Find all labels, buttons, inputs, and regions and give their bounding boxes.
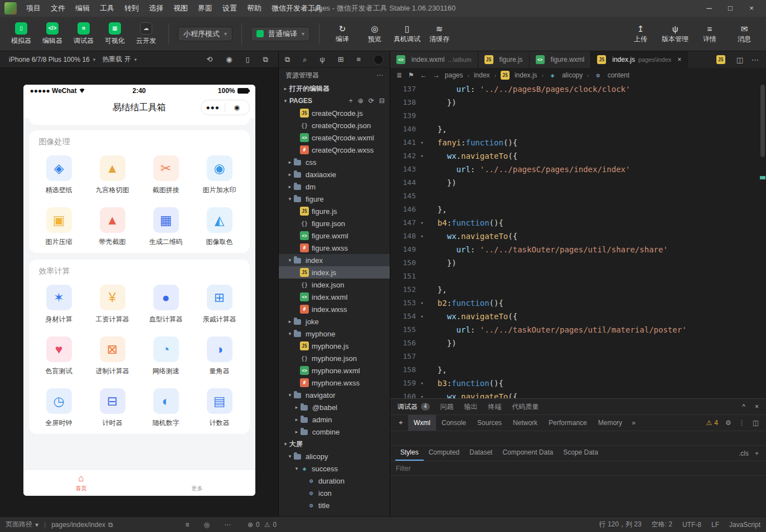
toolbar-action-button[interactable]: ◎预览	[361, 24, 389, 44]
inspector-tab-component-data[interactable]: Component Data	[497, 446, 558, 461]
avatar[interactable]	[374, 55, 384, 65]
tool-item[interactable]: ¥工资计算器	[86, 277, 139, 329]
tree-item-createQrcode.wxss[interactable]: #createQrcode.wxss	[279, 144, 390, 156]
debugger-tab-问题[interactable]: 问题	[440, 402, 454, 412]
tree-item-index.json[interactable]: {}index.json	[279, 279, 390, 291]
maximize-icon[interactable]: □	[720, 0, 740, 17]
tree-item-myphone.js[interactable]: JSmyphone.js	[279, 340, 390, 352]
tree-item-myphone.wxml[interactable]: <>myphone.wxml	[279, 364, 390, 377]
tool-item[interactable]: ◷全屏时钟	[32, 381, 86, 433]
menu-item[interactable]: 转到	[119, 0, 144, 17]
breadcrumb-item[interactable]: index	[474, 71, 490, 79]
debugger-tab-调试器[interactable]: 调试器4	[397, 402, 430, 412]
refresh-icon[interactable]: ⟳	[369, 97, 374, 105]
copy-icon[interactable]: ⧉	[108, 521, 113, 529]
breadcrumb-item[interactable]: pages	[445, 71, 463, 79]
tool-item[interactable]: ◑量角器	[193, 329, 246, 381]
settings-sliders-icon[interactable]: ≡	[185, 521, 189, 529]
debugger-tab-终端[interactable]: 终端	[488, 402, 502, 412]
outline-icon[interactable]: ≡	[356, 55, 361, 64]
devtools-tab-network[interactable]: Network	[507, 415, 543, 431]
source-control-icon[interactable]: ψ	[319, 55, 324, 64]
tool-item[interactable]: ✂截图拼接	[139, 148, 193, 200]
panel-toggle-button[interactable]: ▯模拟器	[8, 22, 35, 46]
devtools-tab-performance[interactable]: Performance	[543, 415, 593, 431]
rotate-icon[interactable]: ⟲	[206, 55, 212, 64]
search-icon[interactable]: ⌕	[303, 55, 307, 64]
status-item[interactable]: LF	[711, 520, 719, 529]
device-select[interactable]: iPhone 6/7/8 Plus 100% 16 ▾	[6, 56, 99, 64]
mode-select[interactable]: 小程序模式 ▾	[178, 27, 232, 41]
tree-folder-navigator[interactable]: ▾navigator	[279, 389, 390, 401]
tool-item[interactable]: ◉图片加水印	[193, 148, 246, 200]
tool-item[interactable]: ▦生成二维码	[139, 200, 193, 252]
menu-item[interactable]: 文件	[46, 0, 70, 17]
tool-item[interactable]: ◐随机数字	[139, 381, 193, 433]
collapse-all-icon[interactable]: ⊟	[379, 97, 385, 105]
capsule-more-icon[interactable]: ●●●	[201, 104, 225, 111]
menu-item[interactable]: 工具	[95, 0, 119, 17]
tool-item[interactable]: ✶身材计算	[32, 277, 86, 329]
editor-tab-index.js[interactable]: JSindex.jspages\index×	[591, 51, 688, 68]
menu-item[interactable]: 选择	[144, 0, 168, 17]
fold-chevron-icon[interactable]: ▾	[416, 149, 428, 163]
tool-item[interactable]: ◭图像取色	[193, 200, 246, 252]
tool-item[interactable]: ♥色盲测试	[32, 329, 86, 381]
inspector-tab-dataset[interactable]: Dataset	[464, 446, 497, 461]
tree-item-createQrcode.wxml[interactable]: <>createQrcode.wxml	[279, 131, 390, 144]
forward-icon[interactable]: →	[433, 71, 440, 79]
toolbar-action-button[interactable]: ψ版本管理	[661, 24, 689, 44]
breadcrumb-item[interactable]: ⚙content	[594, 71, 629, 80]
devtools-more-icon[interactable]: ⋮	[739, 419, 745, 427]
compile-mode-select[interactable]: 普通编译 ▾	[251, 27, 310, 41]
fold-chevron-icon[interactable]: ▾	[416, 136, 428, 149]
tree-item-index.js[interactable]: JSindex.js	[279, 266, 390, 279]
tool-item[interactable]: ▲九宫格切图	[86, 148, 139, 200]
status-item[interactable]: 空格: 2	[652, 520, 672, 529]
new-style-rule-label[interactable]: .cls	[739, 450, 749, 457]
toolbar-action-button[interactable]: ≡详情	[696, 24, 724, 44]
tree-folder-@babel[interactable]: ▸@babel	[279, 401, 390, 413]
record-icon[interactable]: ◉	[226, 55, 232, 64]
editor-tab-figure.wxml[interactable]: <>figure.wxml	[530, 51, 592, 68]
close-icon[interactable]: ×	[741, 0, 762, 17]
tree-item-createQrcode.json[interactable]: {}createQrcode.json	[279, 119, 390, 131]
menu-item[interactable]: 项目	[21, 0, 46, 17]
tree-item-success[interactable]: ▾◈success	[279, 462, 390, 475]
tree-item-figure.json[interactable]: {}figure.json	[279, 217, 390, 230]
tool-item[interactable]: ▣图片压缩	[32, 200, 86, 252]
tree-item-title[interactable]: ⚙title	[279, 499, 390, 511]
phone-frame-icon[interactable]: ▯	[246, 55, 250, 64]
more-actions-icon[interactable]: ⋯	[752, 56, 759, 64]
tabs-overflow-icon[interactable]: »	[628, 419, 639, 427]
warnings-indicator[interactable]: ⚠4	[706, 419, 717, 427]
minimize-icon[interactable]: ─	[699, 0, 719, 17]
more-icon[interactable]: ⋯	[224, 521, 231, 529]
eye-icon[interactable]: ◎	[204, 521, 210, 529]
fold-chevron-icon[interactable]: ▾	[416, 216, 428, 230]
tree-item-figure.js[interactable]: JSfigure.js	[279, 205, 390, 217]
new-file-icon[interactable]: +	[349, 97, 353, 105]
problems-summary[interactable]: ⊗0 ⚠0	[248, 521, 277, 529]
styles-filter-input[interactable]	[396, 465, 760, 472]
more-icon[interactable]: ⋯	[376, 71, 383, 79]
tree-item-index.wxss[interactable]: #index.wxss	[279, 303, 390, 315]
menu-item[interactable]: 帮助	[242, 0, 266, 17]
devtools-tab-console[interactable]: Console	[436, 415, 472, 431]
tool-item[interactable]: ▲带壳截图	[86, 200, 139, 252]
tool-item[interactable]: ⊠进制计算器	[86, 329, 139, 381]
page-path-select[interactable]: 页面路径 ▾	[6, 520, 38, 529]
tool-item[interactable]: ⊟计时器	[86, 381, 139, 433]
editor-tab-index.wxml[interactable]: <>index.wxml...\album	[390, 51, 478, 68]
panel-toggle-button[interactable]: ▦可视化	[101, 22, 128, 46]
menu-item[interactable]: 设置	[217, 0, 242, 17]
tree-folder-myphone[interactable]: ▾myphone	[279, 328, 390, 340]
status-item[interactable]: 行 120，列 23	[599, 520, 642, 529]
fold-chevron-icon[interactable]: ▾	[416, 377, 428, 390]
tool-item[interactable]: ⊞亲戚计算器	[193, 277, 246, 329]
tree-item-figure.wxml[interactable]: <>figure.wxml	[279, 230, 390, 242]
tree-item-icon[interactable]: ⚙icon	[279, 487, 390, 499]
multi-device-icon[interactable]: ⧉	[263, 55, 268, 64]
tool-item[interactable]: ●血型计算器	[139, 277, 193, 329]
tree-folder-css[interactable]: ▸css	[279, 156, 390, 168]
